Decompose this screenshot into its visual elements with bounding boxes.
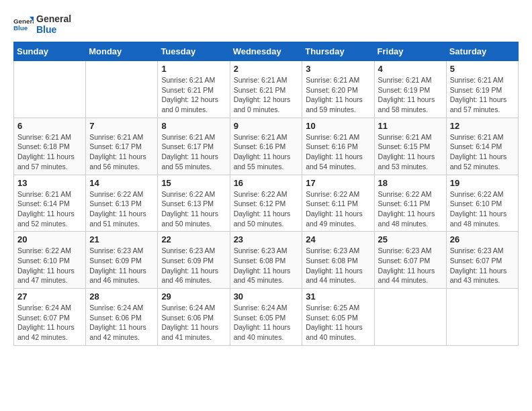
day-cell: 8Sunrise: 6:21 AM Sunset: 6:17 PM Daylig… xyxy=(158,118,230,175)
header-wednesday: Wednesday xyxy=(230,42,302,61)
day-info: Sunrise: 6:23 AM Sunset: 6:09 PM Dayligh… xyxy=(161,246,226,285)
day-info: Sunrise: 6:22 AM Sunset: 6:11 PM Dayligh… xyxy=(306,189,370,229)
day-info: Sunrise: 6:21 AM Sunset: 6:17 PM Dayligh… xyxy=(89,132,154,172)
day-info: Sunrise: 6:21 AM Sunset: 6:21 PM Dayligh… xyxy=(161,75,226,115)
day-cell: 30Sunrise: 6:24 AM Sunset: 6:05 PM Dayli… xyxy=(230,289,302,346)
day-info: Sunrise: 6:25 AM Sunset: 6:05 PM Dayligh… xyxy=(306,303,370,342)
day-info: Sunrise: 6:21 AM Sunset: 6:14 PM Dayligh… xyxy=(17,189,82,229)
header-sunday: Sunday xyxy=(14,42,86,61)
day-number: 2 xyxy=(234,64,299,74)
day-number: 29 xyxy=(161,291,226,302)
day-number: 27 xyxy=(17,291,82,302)
day-cell: 12Sunrise: 6:21 AM Sunset: 6:14 PM Dayli… xyxy=(446,118,518,175)
day-number: 12 xyxy=(450,121,515,131)
day-cell: 18Sunrise: 6:22 AM Sunset: 6:11 PM Dayli… xyxy=(374,175,446,232)
day-cell: 20Sunrise: 6:22 AM Sunset: 6:10 PM Dayli… xyxy=(14,232,86,289)
day-cell: 17Sunrise: 6:22 AM Sunset: 6:11 PM Dayli… xyxy=(302,175,374,232)
day-cell: 27Sunrise: 6:24 AM Sunset: 6:07 PM Dayli… xyxy=(14,289,86,346)
day-cell xyxy=(446,289,518,346)
day-cell xyxy=(86,61,158,118)
week-row-1: 6Sunrise: 6:21 AM Sunset: 6:18 PM Daylig… xyxy=(14,118,519,175)
day-number: 9 xyxy=(234,121,299,131)
day-number: 22 xyxy=(161,234,226,244)
day-number: 17 xyxy=(306,178,370,188)
logo: General Blue General Blue xyxy=(13,13,71,35)
day-info: Sunrise: 6:21 AM Sunset: 6:16 PM Dayligh… xyxy=(234,132,299,172)
day-info: Sunrise: 6:21 AM Sunset: 6:15 PM Dayligh… xyxy=(378,132,443,172)
day-info: Sunrise: 6:21 AM Sunset: 6:14 PM Dayligh… xyxy=(450,132,515,172)
day-number: 21 xyxy=(89,234,154,244)
day-number: 19 xyxy=(450,178,515,188)
day-cell: 14Sunrise: 6:22 AM Sunset: 6:13 PM Dayli… xyxy=(86,175,158,232)
day-info: Sunrise: 6:22 AM Sunset: 6:10 PM Dayligh… xyxy=(450,189,515,229)
day-number: 25 xyxy=(378,234,443,244)
day-number: 26 xyxy=(450,234,515,244)
logo-text-general: General xyxy=(36,13,71,24)
day-info: Sunrise: 6:24 AM Sunset: 6:06 PM Dayligh… xyxy=(89,303,154,342)
day-number: 6 xyxy=(17,121,82,131)
day-info: Sunrise: 6:23 AM Sunset: 6:09 PM Dayligh… xyxy=(89,246,154,285)
day-cell: 11Sunrise: 6:21 AM Sunset: 6:15 PM Dayli… xyxy=(374,118,446,175)
day-info: Sunrise: 6:23 AM Sunset: 6:08 PM Dayligh… xyxy=(306,246,370,285)
day-cell xyxy=(14,61,86,118)
day-number: 7 xyxy=(89,121,154,131)
day-info: Sunrise: 6:21 AM Sunset: 6:16 PM Dayligh… xyxy=(306,132,370,172)
day-cell xyxy=(374,289,446,346)
day-number: 5 xyxy=(450,64,515,74)
day-cell: 10Sunrise: 6:21 AM Sunset: 6:16 PM Dayli… xyxy=(302,118,374,175)
header-monday: Monday xyxy=(86,42,158,61)
day-info: Sunrise: 6:22 AM Sunset: 6:13 PM Dayligh… xyxy=(161,189,226,229)
day-cell: 4Sunrise: 6:21 AM Sunset: 6:19 PM Daylig… xyxy=(374,61,446,118)
logo-text-blue: Blue xyxy=(36,24,71,35)
day-number: 30 xyxy=(234,291,299,302)
svg-text:Blue: Blue xyxy=(13,24,28,32)
day-number: 4 xyxy=(378,64,443,74)
day-info: Sunrise: 6:23 AM Sunset: 6:08 PM Dayligh… xyxy=(234,246,299,285)
day-info: Sunrise: 6:24 AM Sunset: 6:07 PM Dayligh… xyxy=(17,303,82,342)
week-row-2: 13Sunrise: 6:21 AM Sunset: 6:14 PM Dayli… xyxy=(14,175,519,232)
day-info: Sunrise: 6:21 AM Sunset: 6:17 PM Dayligh… xyxy=(161,132,226,172)
svg-text:General: General xyxy=(13,17,34,25)
day-cell: 25Sunrise: 6:23 AM Sunset: 6:07 PM Dayli… xyxy=(374,232,446,289)
day-cell: 21Sunrise: 6:23 AM Sunset: 6:09 PM Dayli… xyxy=(86,232,158,289)
day-cell: 3Sunrise: 6:21 AM Sunset: 6:20 PM Daylig… xyxy=(302,61,374,118)
day-number: 13 xyxy=(17,178,82,188)
day-cell: 23Sunrise: 6:23 AM Sunset: 6:08 PM Dayli… xyxy=(230,232,302,289)
day-cell: 6Sunrise: 6:21 AM Sunset: 6:18 PM Daylig… xyxy=(14,118,86,175)
day-cell: 28Sunrise: 6:24 AM Sunset: 6:06 PM Dayli… xyxy=(86,289,158,346)
day-info: Sunrise: 6:21 AM Sunset: 6:19 PM Dayligh… xyxy=(378,75,443,115)
day-number: 28 xyxy=(89,291,154,302)
day-cell: 22Sunrise: 6:23 AM Sunset: 6:09 PM Dayli… xyxy=(158,232,230,289)
day-number: 20 xyxy=(17,234,82,244)
day-info: Sunrise: 6:22 AM Sunset: 6:13 PM Dayligh… xyxy=(89,189,154,229)
day-number: 1 xyxy=(161,64,226,74)
day-info: Sunrise: 6:22 AM Sunset: 6:12 PM Dayligh… xyxy=(234,189,299,229)
day-cell: 19Sunrise: 6:22 AM Sunset: 6:10 PM Dayli… xyxy=(446,175,518,232)
day-number: 31 xyxy=(306,291,370,302)
header-saturday: Saturday xyxy=(446,42,518,61)
logo-icon: General Blue xyxy=(13,14,34,34)
day-info: Sunrise: 6:21 AM Sunset: 6:19 PM Dayligh… xyxy=(450,75,515,115)
day-info: Sunrise: 6:23 AM Sunset: 6:07 PM Dayligh… xyxy=(378,246,443,285)
day-info: Sunrise: 6:21 AM Sunset: 6:20 PM Dayligh… xyxy=(306,75,370,115)
day-cell: 16Sunrise: 6:22 AM Sunset: 6:12 PM Dayli… xyxy=(230,175,302,232)
day-cell: 26Sunrise: 6:23 AM Sunset: 6:07 PM Dayli… xyxy=(446,232,518,289)
day-info: Sunrise: 6:22 AM Sunset: 6:10 PM Dayligh… xyxy=(17,246,82,285)
day-number: 23 xyxy=(234,234,299,244)
week-row-0: 1Sunrise: 6:21 AM Sunset: 6:21 PM Daylig… xyxy=(14,61,519,118)
page-header: General Blue General Blue xyxy=(13,13,519,35)
day-number: 11 xyxy=(378,121,443,131)
day-number: 16 xyxy=(234,178,299,188)
day-number: 10 xyxy=(306,121,370,131)
day-number: 14 xyxy=(89,178,154,188)
day-cell: 31Sunrise: 6:25 AM Sunset: 6:05 PM Dayli… xyxy=(302,289,374,346)
day-cell: 7Sunrise: 6:21 AM Sunset: 6:17 PM Daylig… xyxy=(86,118,158,175)
day-number: 8 xyxy=(161,121,226,131)
day-cell: 2Sunrise: 6:21 AM Sunset: 6:21 PM Daylig… xyxy=(230,61,302,118)
header-row: Sunday Monday Tuesday Wednesday Thursday… xyxy=(14,42,519,61)
day-cell: 13Sunrise: 6:21 AM Sunset: 6:14 PM Dayli… xyxy=(14,175,86,232)
day-number: 24 xyxy=(306,234,370,244)
day-cell: 1Sunrise: 6:21 AM Sunset: 6:21 PM Daylig… xyxy=(158,61,230,118)
day-info: Sunrise: 6:22 AM Sunset: 6:11 PM Dayligh… xyxy=(378,189,443,229)
day-info: Sunrise: 6:24 AM Sunset: 6:05 PM Dayligh… xyxy=(234,303,299,342)
